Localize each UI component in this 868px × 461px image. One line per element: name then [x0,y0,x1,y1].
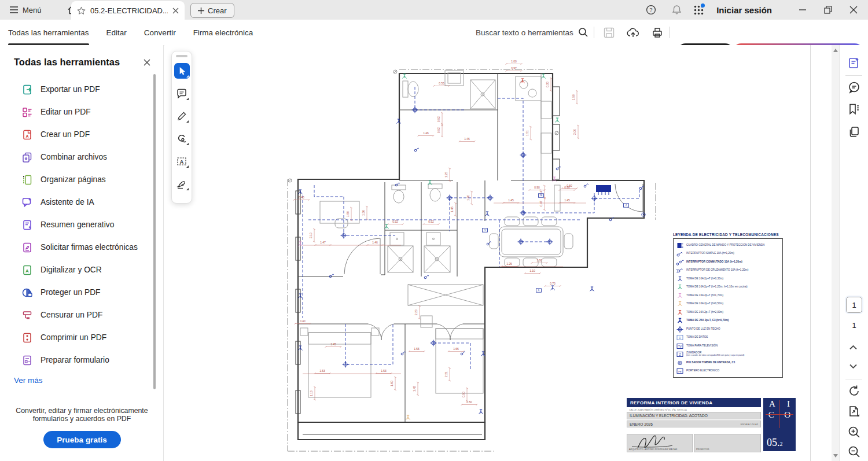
organize-icon [22,175,32,185]
free-trial-button[interactable]: Prueba gratis [43,431,121,448]
zoom-out-button[interactable] [847,444,862,459]
page-thumbnails-button[interactable] [847,124,862,139]
project-title: REFORMA INTERIOR DE VIVIENDA [627,398,761,407]
star-icon[interactable] [77,6,86,15]
create-tab-button[interactable]: Crear [190,3,234,18]
svg-text:0.90: 0.90 [564,186,570,189]
panel-close-icon[interactable] [144,59,150,66]
rotate-page-button[interactable] [847,383,862,399]
tool-item-censurar-un-pdf[interactable]: Censurar un PDF [0,304,163,326]
title-block: REFORMA INTERIOR DE VIVIENDA CALLE JUAN … [627,398,796,451]
tool-item-label: Preparar formulario [41,356,109,364]
search-icon[interactable] [578,27,589,38]
restore-button[interactable] [818,1,838,19]
legend-symbol-light [674,326,686,333]
text-box-tool[interactable]: A [174,153,190,169]
tool-item-label: Combinar archivos [41,153,107,161]
menu-button[interactable]: Menú [6,3,45,17]
tool-item-comprimir-un-pdf[interactable]: Comprimir un PDF [0,326,163,349]
document-tab[interactable]: 05.2-ELECTRICIDAD... [71,1,185,20]
legend-symbol-boxD: D [674,334,686,341]
minimize-button[interactable] [793,1,812,19]
zoom-in-button[interactable] [847,425,862,440]
document-viewport[interactable]: 1.000.970.300.550.520.521.461.461.251.51… [164,45,839,461]
draw-tool[interactable] [174,108,190,124]
tool-item-crear-un-pdf[interactable]: ACrear un PDF [0,123,163,146]
legend-row: TOMA DE 16A 2p+T (h=0,50m) [674,300,782,309]
scroll-up-arrow[interactable] [833,49,838,52]
tab-editar[interactable]: Editar [106,20,127,45]
tool-item-exportar-un-pdf[interactable]: Exportar un PDF [0,78,163,101]
tool-item-organizar-p-ginas[interactable]: Organizar páginas [0,168,163,191]
svg-text:1.50: 1.50 [346,211,350,217]
legend-row: INTERRUPTOR DE CRUZAMIENTO 10A (h=1,20m) [674,267,782,275]
legend-title: LEYENDA DE ELECTRICIDAD Y TELECOMUNICACI… [673,233,783,237]
see-more-link[interactable]: Ver más [14,376,163,385]
tab-convertir[interactable]: Convertir [144,20,176,45]
apps-grid-button[interactable] [692,3,705,16]
tab-close-icon[interactable] [172,8,179,14]
bookmarks-panel-button[interactable] [847,102,862,117]
tab-firma-electronica[interactable]: Firma electrónica [193,20,253,45]
comment-tool[interactable] [174,86,190,101]
scroll-down-arrow[interactable] [833,454,838,458]
drawing-name: ILUMINACIÓN Y ELECTRICIDAD. ACOTADO [627,412,761,419]
tool-item-resumen-generativo[interactable]: Resumen generativo [0,213,163,236]
close-button[interactable] [844,1,863,19]
summary-icon [22,220,32,230]
svg-text:1.45: 1.45 [330,342,336,346]
svg-text:?: ? [649,6,652,13]
architect-signature-box: ARQUITECTO: ANTONIO RODRÍGUEZ MACÍAS [627,434,693,452]
fit-page-button[interactable] [847,404,862,419]
panel-title: Todas las herramientas [14,57,120,68]
page-number-input[interactable]: 1 [846,297,862,313]
comment-icon [176,88,187,99]
create-tab-label: Crear [208,6,227,15]
tool-item-preparar-formulario[interactable]: Preparar formulario [0,349,163,371]
tool-item-label: Proteger un PDF [41,288,101,297]
panel-scrollbar[interactable] [153,74,156,389]
quick-tools-palette: A [171,51,192,204]
tool-item-asistente-de-ia[interactable]: Asistente de IA [0,191,163,213]
legend-row: INTERRUPTOR CONMUTADO 10A (h=1,20m) [674,258,782,267]
fill-sign-tool[interactable] [174,176,190,191]
plus-icon [198,8,204,14]
tab-todas-las-herramientas[interactable]: Todas las herramientas [8,20,89,45]
legend-symbol-panel [674,242,686,249]
gen-summary-button[interactable] [847,56,862,71]
compress-icon [22,333,32,343]
document-scrollbar[interactable] [832,45,839,461]
svg-text:1.53: 1.53 [381,369,387,373]
notifications-bell-icon[interactable] [667,1,686,19]
print-button[interactable] [648,24,667,41]
svg-text:A: A [25,268,29,273]
lasso-tool[interactable] [174,131,190,146]
page-total-label: 1 [840,321,868,330]
svg-text:D: D [679,336,681,340]
legend-symbol-swx [674,267,686,274]
help-button[interactable]: ? [641,1,661,19]
next-page-button[interactable] [849,364,856,371]
promo-text: Convertir, editar y firmar electrónicame… [0,407,164,423]
legend-symbol-boxPE: PE [674,368,686,374]
upload-cloud-button[interactable] [624,24,642,41]
comments-panel-button[interactable] [847,80,862,95]
tool-item-digitalizar-y-ocr[interactable]: ADigitalizar y OCR [0,259,163,281]
svg-text:0.70: 0.70 [550,282,556,285]
tab-title: 05.2-ELECTRICIDAD... [90,6,168,15]
svg-text:1.60: 1.60 [536,259,542,262]
svg-text:1.45: 1.45 [508,198,514,202]
tool-item-proteger-un-pdf[interactable]: Proteger un PDF [0,281,163,304]
tool-item-editar-un-pdf[interactable]: Editar un PDF [0,101,163,123]
legend-symbol-sw1 [674,250,686,257]
legend-row: INTERRUPTOR SIMPLE 10A (h=1,20m) [674,250,782,259]
tool-item-combinar-archivos[interactable]: Combinar archivos [0,146,163,168]
select-tool[interactable] [174,63,190,79]
svg-text:1.36: 1.36 [362,210,365,216]
previous-page-button[interactable] [849,345,856,352]
sign-in-button[interactable]: Iniciar sesión [716,5,772,15]
tool-item-solicitar-firmas-electr-nicas[interactable]: Solicitar firmas electrónicas [0,236,163,259]
palette-drag-handle[interactable] [176,55,187,57]
tool-item-label: Comprimir un PDF [41,333,106,342]
search-input[interactable]: Buscar texto o herramientas [476,20,589,45]
